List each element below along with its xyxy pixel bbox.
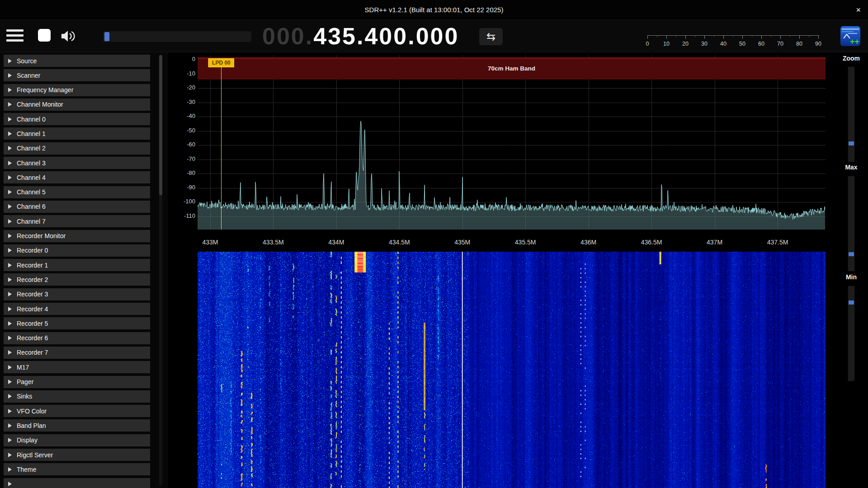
ruler-minor-tick — [657, 35, 657, 37]
sidebar-item-recorder-2[interactable]: Recorder 2 — [4, 273, 150, 286]
ruler-minor-tick — [733, 35, 733, 37]
sidebar-item-label: Band Plan — [17, 422, 46, 429]
sidebar-item-channel-monitor[interactable]: Channel Monitor — [4, 99, 150, 111]
expand-arrow-icon — [8, 263, 12, 267]
menu-button[interactable] — [6, 26, 24, 44]
sidebar-item-recorder-0[interactable]: Recorder 0 — [4, 244, 150, 257]
ruler-tick — [723, 35, 724, 39]
min-slider-handle[interactable] — [849, 300, 854, 305]
expand-arrow-icon — [8, 350, 12, 355]
sidebar-item-label: Channel 0 — [17, 116, 46, 123]
ruler-tick-label: 90 — [815, 41, 821, 47]
sidebar-item-channel-4[interactable]: Channel 4 — [4, 171, 150, 183]
sdrpp-logo: ++ — [840, 26, 861, 47]
expand-arrow-icon — [8, 234, 12, 238]
max-slider[interactable] — [848, 176, 855, 272]
sidebar-scrollbar-thumb[interactable] — [159, 55, 162, 195]
sidebar-item-recorder-monitor[interactable]: Recorder Monitor — [4, 230, 150, 242]
sidebar-item-label: Source — [17, 57, 37, 65]
sidebar-item-recorder-1[interactable]: Recorder 1 — [4, 259, 150, 271]
close-button[interactable]: × — [856, 0, 861, 20]
spectrum-canvas[interactable] — [198, 55, 826, 230]
sidebar-menu: SourceScannerFrequency ManagerChannel Mo… — [0, 52, 168, 488]
min-slider[interactable] — [848, 286, 855, 381]
sidebar-item-frequency-manager[interactable]: Frequency Manager — [4, 84, 150, 96]
sidebar-item-channel-1[interactable]: Channel 1 — [4, 127, 150, 140]
sidebar-item-channel-5[interactable]: Channel 5 — [4, 186, 150, 198]
sidebar-item-vfo-color[interactable]: VFO Color — [4, 405, 150, 417]
sidebar-item-channel-6[interactable]: Channel 6 — [4, 201, 150, 213]
expand-arrow-icon — [8, 219, 12, 224]
db-tick-label: 0 — [192, 56, 195, 62]
stop-button[interactable] — [35, 26, 53, 44]
sidebar-item-label: Channel 6 — [17, 203, 46, 210]
expand-arrow-icon — [8, 131, 12, 136]
ruler-tick-label: 10 — [663, 41, 670, 47]
expand-arrow-icon — [8, 277, 12, 282]
expand-arrow-icon — [8, 292, 12, 296]
sidebar-item-label: Scanner — [17, 72, 40, 79]
expand-arrow-icon — [8, 73, 12, 78]
sidebar-item-label: Channel Monitor — [17, 101, 63, 108]
db-tick-label: -90 — [187, 184, 195, 191]
sidebar-item-pager[interactable]: Pager — [4, 376, 150, 388]
ruler-tick — [666, 35, 667, 39]
sidebar-item-sinks[interactable]: Sinks — [4, 390, 150, 403]
sidebar-item-label: Channel 2 — [17, 145, 46, 152]
ruler-tick-label: 50 — [739, 41, 745, 47]
sidebar-item-label: Recorder Monitor — [17, 232, 66, 239]
vfo-line[interactable] — [221, 58, 222, 230]
sidebar-item-channel-3[interactable]: Channel 3 — [4, 157, 150, 169]
expand-arrow-icon — [8, 307, 12, 311]
ruler-minor-tick — [695, 35, 695, 37]
ruler-tick — [761, 35, 762, 39]
sidebar-item-rigctl-server[interactable]: Rigctl Server — [4, 449, 150, 461]
zoom-slider[interactable] — [848, 66, 855, 162]
sidebar-item-channel-0[interactable]: Channel 0 — [4, 113, 150, 125]
swap-arrows-icon: ⇆ — [486, 30, 495, 43]
waterfall-canvas[interactable] — [198, 252, 826, 488]
frequency-main-digits: 435.400.000 — [313, 23, 459, 49]
freq-tick-label: 434M — [328, 239, 344, 246]
max-label: Max — [835, 164, 868, 171]
sidebar-item-label: Channel 3 — [17, 160, 46, 167]
max-slider-handle[interactable] — [849, 252, 854, 256]
expand-arrow-icon — [8, 59, 12, 63]
frequency-display[interactable]: 000.435.400.000 — [262, 23, 459, 49]
bandplan-label: 70cm Ham Band — [488, 65, 535, 72]
db-tick-label: -110 — [184, 212, 195, 219]
sidebar-item-recorder-4[interactable]: Recorder 4 — [4, 303, 150, 315]
sidebar-item-m17[interactable]: M17 — [4, 361, 150, 373]
min-label: Min — [835, 273, 868, 281]
sidebar-item-partial[interactable] — [4, 478, 150, 488]
sidebar-item-theme[interactable]: Theme — [4, 463, 150, 475]
speaker-icon[interactable] — [61, 30, 76, 42]
tune-swap-button[interactable]: ⇆ — [479, 28, 503, 45]
sidebar-item-label: Recorder 5 — [17, 320, 48, 327]
expand-arrow-icon — [8, 88, 12, 92]
expand-arrow-icon — [8, 190, 12, 194]
sidebar-item-recorder-7[interactable]: Recorder 7 — [4, 347, 150, 359]
sidebar-item-label: Recorder 0 — [17, 247, 48, 254]
ruler-tick-label: 80 — [796, 41, 802, 47]
freq-tick-label: 437.5M — [767, 239, 788, 246]
svg-text:++: ++ — [850, 37, 859, 46]
expand-arrow-icon — [8, 102, 12, 107]
db-tick-label: -40 — [187, 113, 195, 119]
sidebar-item-recorder-6[interactable]: Recorder 6 — [4, 332, 150, 344]
sidebar-item-display[interactable]: Display — [4, 434, 150, 446]
sidebar-item-channel-2[interactable]: Channel 2 — [4, 142, 150, 155]
volume-slider-handle[interactable] — [104, 32, 109, 41]
ruler-tick-label: 60 — [758, 41, 764, 47]
sidebar-item-band-plan[interactable]: Band Plan — [4, 419, 150, 432]
sidebar-item-recorder-5[interactable]: Recorder 5 — [4, 317, 150, 329]
sidebar-item-scanner[interactable]: Scanner — [4, 69, 150, 81]
zoom-slider-handle[interactable] — [849, 141, 854, 145]
sidebar-item-recorder-3[interactable]: Recorder 3 — [4, 288, 150, 300]
sidebar-scrollbar[interactable] — [159, 55, 162, 486]
sidebar-item-source[interactable]: Source — [4, 55, 150, 67]
sidebar-item-label: M17 — [17, 364, 29, 371]
volume-slider[interactable] — [103, 31, 252, 42]
spectrum-display: 0-10-20-30-40-50-60-70-80-90-100-110 70c… — [172, 52, 835, 488]
sidebar-item-channel-7[interactable]: Channel 7 — [4, 215, 150, 227]
